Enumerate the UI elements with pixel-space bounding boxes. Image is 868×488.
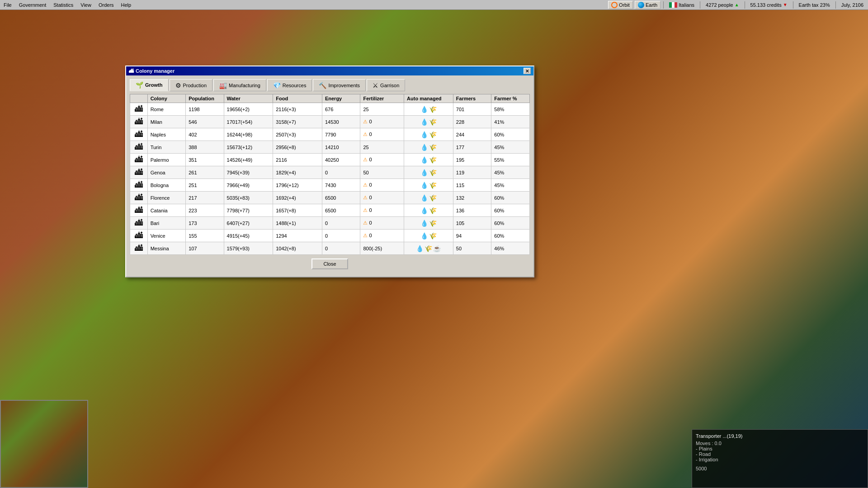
city-icon: 🏙 xyxy=(135,117,143,126)
colony-food: 1657(+8) xyxy=(273,204,322,217)
header-population[interactable]: Population xyxy=(186,94,224,103)
water-auto-icon: 💧 xyxy=(420,144,428,151)
manufacturing-tab-icon: 🏭 xyxy=(219,82,227,89)
tax-status: Earth tax 23% xyxy=(796,2,833,8)
header-farmers[interactable]: Farmers xyxy=(453,94,491,103)
colony-name: Bari xyxy=(147,217,186,230)
colony-farmer-pct: 58% xyxy=(491,103,530,116)
earth-icon xyxy=(638,2,644,8)
header-farmer-pct[interactable]: Farmer % xyxy=(491,94,530,103)
colony-name: Turin xyxy=(147,141,186,154)
separator-1 xyxy=(663,1,664,9)
colony-farmer-pct: 45% xyxy=(491,141,530,154)
table-row[interactable]: 🏙Venice1554915(+45)12940⚠ 0💧🌾9460% xyxy=(130,230,530,242)
colony-population: 173 xyxy=(186,217,224,230)
menu-file[interactable]: File xyxy=(0,1,15,9)
warning-icon: ⚠ xyxy=(363,131,368,137)
colony-fertilizer: ⚠ 0 xyxy=(360,179,404,192)
dialog-close-button[interactable]: ✕ xyxy=(524,68,531,74)
growth-tab-label: Growth xyxy=(145,82,163,88)
colony-farmers: 228 xyxy=(453,116,491,128)
colony-water: 7945(+39) xyxy=(224,166,273,179)
colony-farmers: 50 xyxy=(453,242,491,255)
credits-status: 55.133 credits ▼ xyxy=(748,2,790,8)
colony-auto-managed: 💧🌾 xyxy=(404,204,453,217)
city-icon-cell: 🏙 xyxy=(130,103,148,116)
tab-garrison[interactable]: ⚔ Garrison xyxy=(367,79,405,91)
colony-auto-managed: 💧🌾 xyxy=(404,141,453,154)
nation-info: Italians xyxy=(666,2,697,8)
warning-icon: ⚠ xyxy=(363,182,368,188)
orbit-icon xyxy=(611,2,618,8)
menu-view[interactable]: View xyxy=(77,1,95,9)
header-food[interactable]: Food xyxy=(273,94,322,103)
header-colony[interactable]: Colony xyxy=(147,94,186,103)
colony-energy: 0 xyxy=(322,230,360,242)
tax-value: Earth tax 23% xyxy=(799,2,830,8)
warning-icon: ⚠ xyxy=(363,220,368,225)
colony-auto-managed: 💧🌾 xyxy=(404,103,453,116)
table-row[interactable]: 🏙Bologna2517966(+49)1796(+12)7430⚠ 0💧🌾11… xyxy=(130,179,530,192)
minimap[interactable] xyxy=(0,400,88,488)
colony-table-wrapper[interactable]: Colony Population Water Food Energy Fert… xyxy=(130,94,530,255)
colony-food: 1796(+12) xyxy=(273,179,322,192)
population-status: 4272 people ▲ xyxy=(703,2,741,8)
close-button[interactable]: Close xyxy=(311,258,348,269)
colony-water: 5035(+83) xyxy=(224,192,273,204)
table-row[interactable]: 🏙Bari1736407(+27)1488(+1)0⚠ 0💧🌾10560% xyxy=(130,217,530,230)
menu-help[interactable]: Help xyxy=(118,1,135,9)
tabs-row: 🌱 Growth ⚙ Production 🏭 Manufacturing 💎 … xyxy=(130,79,530,91)
water-auto-icon: 💧 xyxy=(420,220,428,227)
italian-flag xyxy=(669,2,677,8)
population-value: 4272 people xyxy=(706,2,733,8)
water-auto-icon: 💧 xyxy=(420,169,428,176)
tab-improvements[interactable]: 🔨 Improvements xyxy=(313,79,366,91)
header-fertilizer[interactable]: Fertilizer xyxy=(360,94,404,103)
city-icon: 🏙 xyxy=(135,218,143,227)
table-row[interactable]: 🏙Rome119819656(+2)2116(+3)67625💧🌾70158% xyxy=(130,103,530,116)
tab-resources[interactable]: 💎 Resources xyxy=(267,79,312,91)
table-row[interactable]: 🏙Turin38815673(+12)2956(+8)1421025💧🌾1774… xyxy=(130,141,530,154)
earth-button[interactable]: Earth xyxy=(635,1,660,9)
colony-farmers: 136 xyxy=(453,204,491,217)
warning-icon: ⚠ xyxy=(363,233,368,238)
menu-statistics[interactable]: Statistics xyxy=(50,1,77,9)
header-icon xyxy=(130,94,148,103)
colony-name: Genoa xyxy=(147,166,186,179)
earth-label: Earth xyxy=(646,2,657,8)
colony-energy: 7430 xyxy=(322,179,360,192)
header-water[interactable]: Water xyxy=(224,94,273,103)
tab-production[interactable]: ⚙ Production xyxy=(170,79,213,91)
header-auto-managed[interactable]: Auto managed xyxy=(404,94,453,103)
table-row[interactable]: 🏙Florence2175035(+83)1692(+4)6500⚠ 0💧🌾13… xyxy=(130,192,530,204)
grain-auto-icon: 🌾 xyxy=(429,156,437,164)
colony-name: Venice xyxy=(147,230,186,242)
header-energy[interactable]: Energy xyxy=(322,94,360,103)
table-row[interactable]: 🏙Genoa2617945(+39)1829(+4)050💧🌾11945% xyxy=(130,166,530,179)
tab-manufacturing[interactable]: 🏭 Manufacturing xyxy=(213,79,266,91)
city-icon-cell: 🏙 xyxy=(130,230,148,242)
colony-farmers: 105 xyxy=(453,217,491,230)
separator-5 xyxy=(835,1,836,9)
colony-population: 402 xyxy=(186,128,224,141)
moves-value: 0.0 xyxy=(715,441,722,446)
colony-auto-managed: 💧🌾 xyxy=(404,116,453,128)
tab-growth[interactable]: 🌱 Growth xyxy=(130,79,169,91)
menu-government[interactable]: Government xyxy=(15,1,50,9)
city-icon-cell: 🏙 xyxy=(130,179,148,192)
city-icon-cell: 🏙 xyxy=(130,242,148,255)
table-row[interactable]: 🏙Milan54617017(+54)3158(+7)14530⚠ 0💧🌾228… xyxy=(130,116,530,128)
table-row[interactable]: 🏙Palermo35114526(+49)211640250⚠ 0💧🌾19555… xyxy=(130,154,530,166)
table-row[interactable]: 🏙Messina1071579(+93)1042(+8)0800(-25)💧🌾☕… xyxy=(130,242,530,255)
unit-panel-title: Transporter ...(19,19) xyxy=(696,433,864,439)
coffee-auto-icon: ☕ xyxy=(433,245,441,252)
table-row[interactable]: 🏙Catania2237798(+77)1657(+8)6500⚠ 0💧🌾136… xyxy=(130,204,530,217)
colony-farmers: 195 xyxy=(453,154,491,166)
terrain-irrigation: - Irrigation xyxy=(696,457,864,462)
water-auto-icon: 💧 xyxy=(420,207,428,214)
table-row[interactable]: 🏙Naples40216244(+98)2507(+3)7790⚠ 0💧🌾244… xyxy=(130,128,530,141)
menu-orders[interactable]: Orders xyxy=(95,1,118,9)
colony-farmer-pct: 41% xyxy=(491,116,530,128)
colony-food: 3158(+7) xyxy=(273,116,322,128)
orbit-button[interactable]: Orbit xyxy=(608,1,633,9)
